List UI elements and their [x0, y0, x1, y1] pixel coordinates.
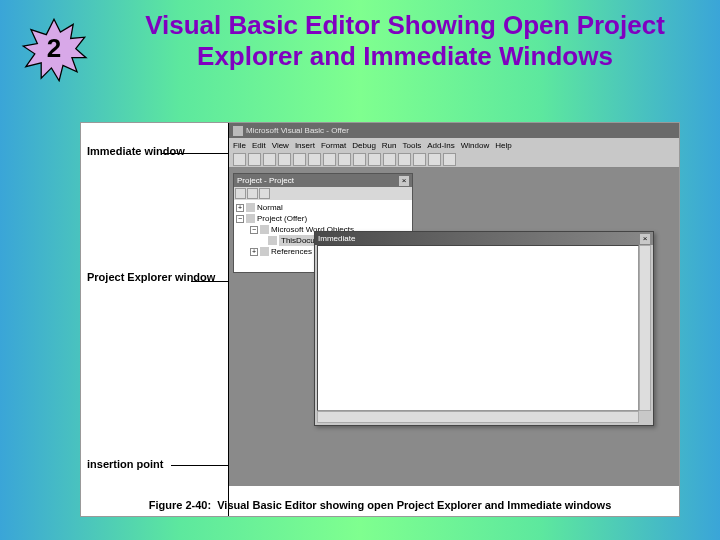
app-icon: [233, 126, 243, 136]
pe-view-object-icon[interactable]: [247, 188, 258, 199]
tree-label: Project (Offer): [257, 213, 307, 224]
document-icon: [268, 236, 277, 245]
vbe-title-text: Microsoft Visual Basic - Offer: [246, 126, 349, 135]
project-explorer-titlebar: Project - Project ×: [234, 174, 412, 187]
toolbar-button[interactable]: [353, 153, 366, 166]
toolbar-button[interactable]: [398, 153, 411, 166]
project-explorer-title: Project - Project: [237, 176, 294, 185]
toolbar-button[interactable]: [443, 153, 456, 166]
menu-insert[interactable]: Insert: [295, 141, 315, 150]
leader-line: [161, 153, 229, 154]
toolbar-button[interactable]: [428, 153, 441, 166]
toolbar-button[interactable]: [323, 153, 336, 166]
immediate-titlebar: Immediate ×: [315, 232, 653, 245]
toolbar-button[interactable]: [368, 153, 381, 166]
immediate-window: Immediate ×: [314, 231, 654, 426]
collapse-icon[interactable]: −: [236, 215, 244, 223]
menu-addins[interactable]: Add-Ins: [427, 141, 455, 150]
folder-icon: [260, 247, 269, 256]
immediate-title: Immediate: [318, 234, 355, 243]
menu-window[interactable]: Window: [461, 141, 489, 150]
expand-icon[interactable]: +: [250, 248, 258, 256]
slide-heading: Visual Basic Editor Showing Open Project…: [130, 10, 680, 72]
tree-label: References: [271, 246, 312, 257]
vbe-window: Microsoft Visual Basic - Offer File Edit…: [229, 123, 679, 486]
menu-tools[interactable]: Tools: [403, 141, 422, 150]
toolbar-button[interactable]: [248, 153, 261, 166]
badge-number: 2: [47, 33, 61, 64]
figure-caption: Figure 2-40: Visual Basic Editor showing…: [81, 497, 679, 514]
folder-icon: [260, 225, 269, 234]
project-explorer-toolbar: [234, 187, 412, 200]
menu-format[interactable]: Format: [321, 141, 346, 150]
figure-container: Immediate window Project Explorer window…: [80, 122, 680, 517]
callout-immediate-window: Immediate window: [87, 145, 185, 157]
tree-node-project[interactable]: − Project (Offer): [236, 213, 410, 224]
menu-view[interactable]: View: [272, 141, 289, 150]
expand-icon[interactable]: +: [236, 204, 244, 212]
immediate-textarea[interactable]: [317, 245, 639, 411]
toolbar-button[interactable]: [413, 153, 426, 166]
toolbar-button[interactable]: [338, 153, 351, 166]
toolbar-button[interactable]: [293, 153, 306, 166]
toolbar-button[interactable]: [383, 153, 396, 166]
menu-run[interactable]: Run: [382, 141, 397, 150]
pe-toggle-folders-icon[interactable]: [259, 188, 270, 199]
close-icon[interactable]: ×: [640, 234, 650, 244]
tree-label: Normal: [257, 202, 283, 213]
collapse-icon[interactable]: −: [250, 226, 258, 234]
menubar: File Edit View Insert Format Debug Run T…: [229, 138, 679, 152]
menu-edit[interactable]: Edit: [252, 141, 266, 150]
scrollbar-horizontal[interactable]: [317, 411, 639, 423]
vbe-titlebar: Microsoft Visual Basic - Offer: [229, 123, 679, 138]
toolbar-button[interactable]: [278, 153, 291, 166]
toolbar-button[interactable]: [308, 153, 321, 166]
close-icon[interactable]: ×: [399, 176, 409, 186]
toolbar: [229, 152, 679, 168]
menu-debug[interactable]: Debug: [352, 141, 376, 150]
project-icon: [246, 203, 255, 212]
callout-column: Immediate window Project Explorer window…: [81, 123, 229, 516]
toolbar-button[interactable]: [263, 153, 276, 166]
tree-node-normal[interactable]: + Normal: [236, 202, 410, 213]
toolbar-button[interactable]: [233, 153, 246, 166]
pe-view-code-icon[interactable]: [235, 188, 246, 199]
starburst-badge: 2: [18, 18, 90, 82]
project-icon: [246, 214, 255, 223]
menu-help[interactable]: Help: [495, 141, 511, 150]
callout-insertion-point: insertion point: [87, 458, 163, 470]
menu-file[interactable]: File: [233, 141, 246, 150]
scrollbar-vertical[interactable]: [639, 245, 651, 411]
